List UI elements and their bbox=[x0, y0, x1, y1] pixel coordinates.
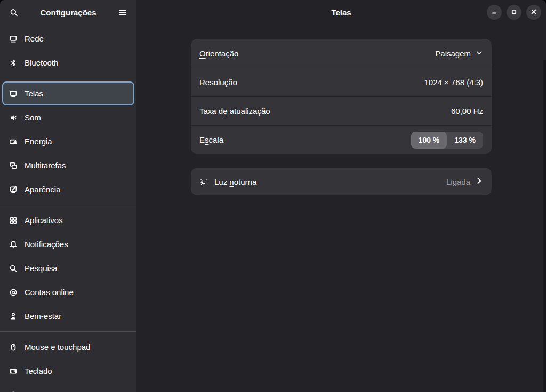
chevron-right-icon bbox=[475, 177, 483, 186]
sidebar-item-mouse-touchpad[interactable]: Mouse e touchpad bbox=[2, 335, 134, 359]
sidebar-item-partial[interactable] bbox=[2, 383, 134, 392]
orientation-value: Paisagem bbox=[435, 49, 483, 58]
night-light-label-group: Luz noturna bbox=[199, 177, 256, 186]
sidebar-item-label: Notificações bbox=[25, 240, 68, 249]
sidebar-item-label: Bluetooth bbox=[25, 58, 58, 67]
night-light-card: Luz noturna Ligada bbox=[191, 168, 492, 195]
sidebar: Configurações Rede bbox=[0, 0, 136, 392]
scale-toggle-group: 100 % 133 % bbox=[411, 132, 483, 149]
content-pane: Telas bbox=[136, 0, 546, 392]
at-symbol-icon bbox=[9, 288, 18, 297]
sidebar-item-pesquisa[interactable]: Pesquisa bbox=[2, 256, 134, 280]
sidebar-item-label: Teclado bbox=[25, 366, 52, 375]
maximize-button[interactable] bbox=[507, 5, 521, 20]
sidebar-item-label: Energia bbox=[25, 137, 52, 146]
sidebar-item-energia[interactable]: Energia bbox=[2, 129, 134, 153]
orientation-label: Orientação bbox=[199, 49, 238, 58]
sidebar-nav: Rede Bluetooth Telas bbox=[0, 25, 136, 392]
sidebar-item-teclado[interactable]: Teclado bbox=[2, 359, 134, 383]
sidebar-item-label: Pesquisa bbox=[25, 264, 58, 273]
night-light-status: Ligada bbox=[446, 177, 470, 186]
chevron-down-icon bbox=[476, 49, 483, 58]
refresh-rate-value: 60,00 Hz bbox=[451, 107, 483, 116]
bell-icon bbox=[9, 240, 18, 249]
person-icon bbox=[9, 312, 18, 321]
sidebar-item-multitarefas[interactable]: Multitarefas bbox=[2, 153, 134, 177]
sidebar-item-label: Multitarefas bbox=[25, 161, 66, 170]
scale-option-100[interactable]: 100 % bbox=[411, 132, 447, 149]
sidebar-header: Configurações bbox=[0, 0, 136, 25]
scale-option-133[interactable]: 133 % bbox=[447, 132, 483, 149]
minimize-button[interactable] bbox=[487, 5, 502, 20]
scale-row: Escala 100 % 133 % bbox=[191, 125, 492, 154]
displays-page: Orientação Paisagem Resolução bbox=[136, 25, 546, 392]
minimize-icon bbox=[490, 7, 499, 18]
settings-window: Configurações Rede bbox=[0, 0, 546, 392]
network-icon bbox=[9, 35, 18, 43]
resolution-row[interactable]: Resolução 1024 × 768 (4:3) bbox=[191, 68, 492, 96]
sidebar-item-rede[interactable]: Rede bbox=[2, 27, 134, 51]
night-light-label: Luz noturna bbox=[214, 177, 256, 186]
close-button[interactable] bbox=[526, 5, 541, 20]
sidebar-separator bbox=[0, 331, 136, 332]
sidebar-item-label: Contas online bbox=[25, 288, 74, 297]
sidebar-item-label: Som bbox=[25, 113, 41, 122]
sidebar-item-som[interactable]: Som bbox=[2, 105, 134, 129]
screen-edge-strip bbox=[543, 60, 546, 392]
sidebar-item-label: Rede bbox=[25, 34, 44, 43]
app-title: Configurações bbox=[23, 8, 114, 17]
sidebar-item-label: Mouse e touchpad bbox=[25, 342, 90, 352]
orientation-row[interactable]: Orientação Paisagem bbox=[191, 39, 492, 68]
sidebar-item-aplicativos[interactable]: Aplicativos bbox=[2, 208, 134, 232]
sidebar-item-label: Aplicativos bbox=[25, 216, 63, 225]
apps-grid-icon bbox=[9, 216, 18, 225]
sidebar-separator bbox=[0, 205, 136, 205]
resolution-value: 1024 × 768 (4:3) bbox=[424, 78, 483, 87]
sidebar-item-telas[interactable]: Telas bbox=[2, 81, 134, 105]
sidebar-separator bbox=[0, 78, 136, 78]
display-settings-card: Orientação Paisagem Resolução bbox=[191, 39, 492, 154]
appearance-icon bbox=[9, 185, 18, 194]
resolution-label: Resolução bbox=[199, 78, 237, 87]
sidebar-item-notificacoes[interactable]: Notificações bbox=[2, 232, 134, 256]
sidebar-item-bem-estar[interactable]: Bem-estar bbox=[2, 304, 134, 328]
search-icon bbox=[9, 264, 18, 273]
hamburger-menu-icon bbox=[118, 9, 127, 17]
settings-app: Configurações Rede bbox=[0, 0, 546, 392]
displays-icon bbox=[9, 89, 18, 98]
close-icon bbox=[529, 7, 538, 18]
main-menu-button[interactable] bbox=[114, 4, 132, 22]
sidebar-item-label: Bem-estar bbox=[25, 312, 61, 321]
battery-icon bbox=[9, 137, 18, 146]
refresh-rate-label: Taxa de atualização bbox=[199, 107, 270, 116]
search-button[interactable] bbox=[5, 4, 23, 22]
night-light-row[interactable]: Luz noturna Ligada bbox=[191, 168, 492, 195]
night-light-value: Ligada bbox=[446, 177, 483, 186]
sidebar-item-label: Aparência bbox=[25, 185, 61, 194]
scale-label: Escala bbox=[199, 135, 223, 144]
bluetooth-icon bbox=[9, 59, 18, 67]
search-icon bbox=[10, 9, 18, 17]
header-bar: Telas bbox=[136, 0, 546, 25]
mouse-icon bbox=[9, 343, 18, 352]
maximize-icon bbox=[510, 7, 518, 18]
sidebar-item-contas-online[interactable]: Contas online bbox=[2, 280, 134, 304]
sidebar-item-bluetooth[interactable]: Bluetooth bbox=[2, 51, 134, 75]
sidebar-item-aparencia[interactable]: Aparência bbox=[2, 177, 134, 201]
speaker-icon bbox=[9, 113, 18, 122]
window-controls bbox=[487, 5, 541, 20]
page-title: Telas bbox=[331, 8, 351, 17]
sidebar-item-label: Telas bbox=[25, 89, 43, 98]
refresh-rate-row[interactable]: Taxa de atualização 60,00 Hz bbox=[191, 96, 492, 125]
keyboard-icon bbox=[9, 367, 18, 375]
multitasking-icon bbox=[9, 161, 18, 170]
night-light-icon bbox=[199, 177, 208, 186]
